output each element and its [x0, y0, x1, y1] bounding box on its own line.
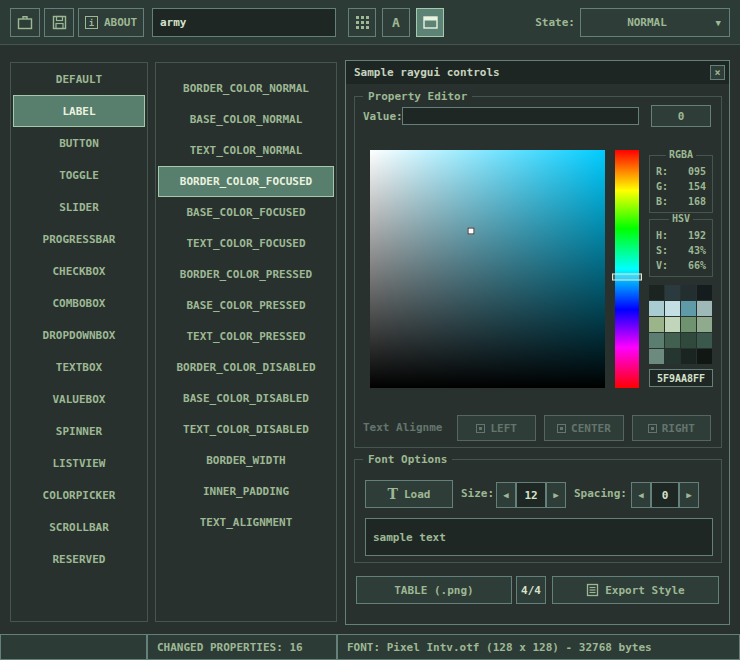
controls-list-item[interactable]: DROPDOWNBOX: [13, 319, 145, 351]
close-button[interactable]: ×: [710, 65, 725, 80]
properties-list-item[interactable]: TEXT_COLOR_FOCUSED: [158, 228, 334, 259]
palette-swatch[interactable]: [697, 349, 712, 364]
properties-list-item[interactable]: BORDER_COLOR_FOCUSED: [158, 166, 334, 197]
palette-swatch[interactable]: [665, 301, 680, 316]
properties-list-item-label: TEXT_COLOR_DISABLED: [183, 423, 309, 436]
save-style-button[interactable]: [44, 8, 74, 37]
properties-list-item[interactable]: BASE_COLOR_NORMAL: [158, 104, 334, 135]
controls-list-item[interactable]: BUTTON: [13, 127, 145, 159]
controls-list-item[interactable]: SCROLLBAR: [13, 511, 145, 543]
sample-window-titlebar[interactable]: Sample raygui controls ×: [346, 61, 729, 84]
color-picker-panel[interactable]: [370, 150, 605, 388]
font-size-value[interactable]: 12: [516, 482, 546, 508]
controls-list-item-label: DEFAULT: [56, 73, 102, 86]
properties-list-item[interactable]: BASE_COLOR_DISABLED: [158, 383, 334, 414]
properties-list-item[interactable]: BASE_COLOR_PRESSED: [158, 290, 334, 321]
properties-list-item[interactable]: BORDER_WIDTH: [158, 445, 334, 476]
value-input[interactable]: [402, 107, 639, 125]
palette-swatch[interactable]: [665, 349, 680, 364]
palette-swatch[interactable]: [665, 317, 680, 332]
controls-list-item[interactable]: TEXTBOX: [13, 351, 145, 383]
controls-list-item[interactable]: COMBOBOX: [13, 287, 145, 319]
controls-list-item[interactable]: DEFAULT: [13, 63, 145, 95]
properties-list-item[interactable]: INNER_PADDING: [158, 476, 334, 507]
properties-list-item[interactable]: BORDER_COLOR_PRESSED: [158, 259, 334, 290]
palette-swatch[interactable]: [649, 333, 664, 348]
controls-list-item[interactable]: VALUEBOX: [13, 383, 145, 415]
controls-view-button[interactable]: [416, 8, 444, 37]
properties-list-item[interactable]: TEXT_COLOR_NORMAL: [158, 135, 334, 166]
palette-swatch[interactable]: [681, 285, 696, 300]
export-style-button[interactable]: Export Style: [552, 576, 719, 604]
hue-cursor[interactable]: [612, 273, 642, 280]
properties-list-item[interactable]: BORDER_COLOR_DISABLED: [158, 352, 334, 383]
controls-list-item-label: DROPDOWNBOX: [43, 329, 116, 342]
controls-list-item[interactable]: RESERVED: [13, 543, 145, 575]
channel-label: B:: [656, 196, 668, 207]
palette-swatch[interactable]: [649, 349, 664, 364]
palette-swatch[interactable]: [649, 285, 664, 300]
hue-bar[interactable]: [615, 150, 639, 388]
palette-swatch[interactable]: [665, 333, 680, 348]
text-align-button[interactable]: RIGHT: [632, 415, 711, 441]
properties-list-item-label: BORDER_COLOR_DISABLED: [176, 361, 315, 374]
controls-list-item[interactable]: LISTVIEW: [13, 447, 145, 479]
palette-swatch[interactable]: [697, 317, 712, 332]
about-button[interactable]: i ABOUT: [78, 8, 144, 37]
palette-swatch[interactable]: [649, 317, 664, 332]
properties-list-item[interactable]: BASE_COLOR_FOCUSED: [158, 197, 334, 228]
channel-value: 43%: [688, 245, 706, 256]
palette-swatch[interactable]: [697, 333, 712, 348]
font-spacing-decrease-button[interactable]: ◀: [631, 482, 651, 508]
hex-value-box[interactable]: 5F9AA8FF: [649, 369, 713, 387]
grid-view-button[interactable]: [348, 8, 376, 37]
text-align-button[interactable]: CENTER: [544, 415, 623, 441]
text-align-button[interactable]: LEFT: [457, 415, 536, 441]
font-spacing-value[interactable]: 0: [651, 482, 679, 508]
properties-list-item-label: BASE_COLOR_PRESSED: [186, 299, 305, 312]
properties-list-item[interactable]: TEXT_COLOR_DISABLED: [158, 414, 334, 445]
font-size-increase-button[interactable]: ▶: [546, 482, 566, 508]
properties-list-item[interactable]: TEXT_COLOR_PRESSED: [158, 321, 334, 352]
style-name-input[interactable]: [152, 8, 336, 37]
palette-swatch[interactable]: [649, 301, 664, 316]
palette-swatch[interactable]: [681, 317, 696, 332]
controls-list-item[interactable]: SPINNER: [13, 415, 145, 447]
properties-list-item[interactable]: TEXT_ALIGNMENT: [158, 507, 334, 538]
arrow-right-icon: ▶: [553, 490, 558, 500]
controls-list-item[interactable]: TOGGLE: [13, 159, 145, 191]
state-dropdown[interactable]: NORMAL ▼: [580, 8, 730, 37]
channel-value: 154: [688, 181, 706, 192]
palette-swatch[interactable]: [697, 301, 712, 316]
text-align-button-label: RIGHT: [662, 422, 695, 435]
arrow-left-icon: ◀: [503, 490, 508, 500]
rgba-row: R: 095: [656, 164, 706, 179]
palette-swatch[interactable]: [681, 301, 696, 316]
controls-list-item[interactable]: COLORPICKER: [13, 479, 145, 511]
new-style-button[interactable]: [10, 8, 40, 37]
rgba-panel-title: RGBA: [666, 149, 696, 160]
sv-cursor[interactable]: [468, 227, 475, 234]
palette-swatch[interactable]: [697, 285, 712, 300]
font-view-button[interactable]: A: [382, 8, 410, 37]
sample-text-box[interactable]: sample text: [365, 518, 713, 556]
palette-swatch[interactable]: [665, 285, 680, 300]
palette-swatch[interactable]: [681, 349, 696, 364]
properties-list-item[interactable]: BORDER_COLOR_NORMAL: [158, 73, 334, 104]
value-button[interactable]: 0: [651, 105, 711, 127]
font-size-decrease-button[interactable]: ◀: [496, 482, 516, 508]
font-spacing-increase-button[interactable]: ▶: [679, 482, 699, 508]
controls-list-item[interactable]: PROGRESSBAR: [13, 223, 145, 255]
palette-swatch[interactable]: [681, 333, 696, 348]
grid-icon: [356, 16, 369, 29]
load-font-button[interactable]: T Load: [365, 480, 453, 508]
sample-text: sample text: [373, 531, 446, 544]
font-options-group: Font Options T Load Size: ◀ 12 ▶ Spacing…: [354, 459, 722, 563]
export-icon: [586, 583, 599, 597]
controls-list-item[interactable]: LABEL: [13, 95, 145, 127]
controls-list-item[interactable]: SLIDER: [13, 191, 145, 223]
controls-list-item[interactable]: CHECKBOX: [13, 255, 145, 287]
style-color-palette: [649, 285, 713, 365]
properties-list-item-label: TEXT_COLOR_NORMAL: [190, 144, 303, 157]
export-format-button[interactable]: TABLE (.png): [356, 576, 512, 604]
